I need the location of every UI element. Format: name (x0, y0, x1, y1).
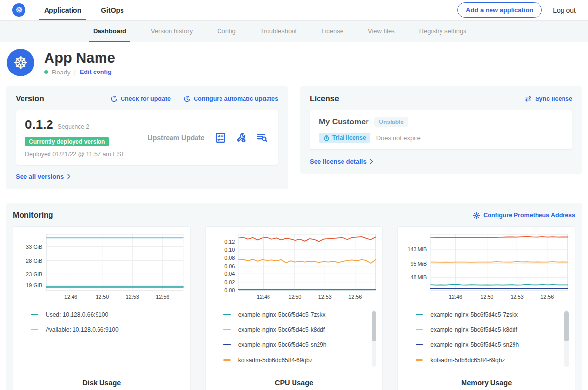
subnav-tab-config[interactable]: Config (217, 21, 236, 42)
svg-text:0.00: 0.00 (224, 287, 235, 293)
wrench-gear-icon (236, 132, 246, 143)
legend-item: kotsadm-5db6dc6584-69qbz (416, 357, 560, 364)
legend-dash-icon (223, 344, 231, 345)
configure-automatic-updates-link[interactable]: Configure automatic updates (183, 96, 278, 103)
divider: | (74, 69, 76, 76)
legend-item: kotsadm-5db6dc6584-69qbz (223, 357, 368, 364)
svg-text:12:53: 12:53 (511, 294, 524, 300)
config-wrench-button[interactable] (236, 132, 246, 143)
chart-legend-memory-usage: example-nginx-5bc6f5d4c5-7zskxexample-ng… (416, 311, 571, 372)
license-card: License Sync license My Customer Unstabl… (300, 86, 582, 174)
svg-text:12:56: 12:56 (541, 294, 554, 300)
legend-scrollbar-thumb[interactable] (372, 311, 376, 341)
version-sequence: Sequence 2 (58, 123, 89, 130)
gear-icon (473, 212, 480, 219)
svg-text:12:53: 12:53 (126, 294, 139, 300)
chart-plot-cpu-usage: 0.120.100.080.060.040.020.0012:4612:5012… (210, 231, 379, 305)
chart-title: Disk Usage (17, 379, 186, 389)
legend-dash-icon (223, 314, 231, 315)
subnav-tab-view-files[interactable]: View files (368, 21, 395, 42)
legend-label: kotsadm-5db6dc6584-69qbz (238, 357, 313, 364)
stopwatch-icon (323, 135, 330, 141)
chart-plot-memory-usage: 143 MiB95 MiB48 MiB12:4612:5012:5312:56 (402, 231, 571, 305)
currently-deployed-badge: Currently deployed version (25, 137, 109, 146)
legend-dash-icon (416, 329, 423, 330)
logout-button[interactable]: Log out (553, 6, 576, 14)
subnav-tab-troubleshoot[interactable]: Troubleshoot (260, 21, 297, 42)
svg-text:23 GiB: 23 GiB (26, 271, 42, 277)
svg-text:12:50: 12:50 (96, 294, 109, 300)
topnav-tabs: ApplicationGitOps (42, 0, 142, 20)
svg-text:0.02: 0.02 (224, 279, 235, 285)
checklist-icon (215, 132, 226, 143)
sync-license-link[interactable]: Sync license (524, 96, 572, 102)
svg-text:0.12: 0.12 (224, 239, 235, 244)
refresh-circle-icon (110, 96, 118, 103)
kubernetes-helm-icon: ☸ (12, 3, 25, 17)
topnav-tab-application[interactable]: Application (42, 0, 83, 20)
license-card-title: License (310, 95, 339, 103)
svg-text:28 GiB: 28 GiB (26, 258, 42, 264)
check-for-update-link[interactable]: Check for update (110, 96, 171, 103)
svg-text:48 MiB: 48 MiB (411, 274, 427, 280)
legend-label: kotsadm-5db6dc6584-69qbz (430, 357, 505, 364)
subnav-tab-registry-settings[interactable]: Registry settings (419, 21, 466, 42)
subnav-tab-version-history[interactable]: Version history (151, 21, 193, 42)
svg-text:0.06: 0.06 (224, 263, 235, 269)
legend-dash-icon (416, 359, 423, 361)
legend-dash-icon (416, 344, 423, 345)
legend-item: example-nginx-5bc6f5d4c5-k8ddf (416, 326, 560, 333)
legend-item: example-nginx-5bc6f5d4c5-k8ddf (223, 326, 368, 333)
legend-dash-icon (223, 359, 231, 361)
legend-item: example-nginx-5bc6f5d4c5-sn29h (223, 341, 368, 348)
topnav-tab-gitops[interactable]: GitOps (99, 0, 126, 20)
license-panel: My Customer Unstable Trial license Does … (310, 110, 572, 150)
configure-prometheus-link[interactable]: Configure Prometheus Address (473, 212, 575, 219)
chevron-right-icon (67, 174, 71, 179)
top-navbar: ☸ ApplicationGitOps Add a new applicatio… (0, 0, 588, 21)
app-logo-kubernetes-icon: ☸ (7, 49, 34, 76)
deployed-timestamp: Deployed 01/21/22 @ 11:57 am EST (25, 151, 137, 158)
topnav-right: Add a new application Log out (457, 2, 576, 18)
chevron-right-icon (369, 159, 374, 164)
legend-item: example-nginx-5bc6f5d4c5-sn29h (416, 341, 560, 348)
svg-text:12:50: 12:50 (288, 294, 301, 300)
charts-row: 33 GiB28 GiB23 GiB19 GiB12:4612:5012:531… (13, 226, 575, 390)
legend-item: example-nginx-5bc6f5d4c5-7zskx (223, 311, 368, 318)
svg-text:19 GiB: 19 GiB (26, 282, 42, 288)
preflight-checks-button[interactable] (215, 132, 226, 143)
subnav-tabs: DashboardVersion historyConfigTroublesho… (93, 21, 491, 42)
license-expiry: Does not expire (376, 134, 421, 142)
svg-text:95 MiB: 95 MiB (411, 261, 427, 267)
edit-config-link[interactable]: Edit config (80, 69, 112, 75)
lines-magnifier-icon (256, 132, 267, 143)
version-card: Version Check for update (6, 86, 288, 189)
legend-label: Used: 10.128.0.66:9100 (46, 311, 108, 318)
chart-title: Memory Usage (402, 379, 571, 389)
upstream-update-label: Upstream Update (137, 134, 215, 142)
app-header: ☸ App Name Ready | Edit config (0, 42, 588, 82)
status-badge: Ready (52, 69, 71, 76)
chart-plot-disk-usage: 33 GiB28 GiB23 GiB19 GiB12:4612:5012:531… (17, 231, 186, 305)
legend-label: example-nginx-5bc6f5d4c5-sn29h (238, 341, 327, 348)
see-all-versions-link[interactable]: See all versions (16, 173, 71, 180)
legend-scrollbar-thumb[interactable] (564, 311, 569, 341)
swap-arrows-icon (524, 96, 532, 102)
app-subnav: DashboardVersion historyConfigTroublesho… (0, 21, 588, 42)
chart-legend-cpu-usage: example-nginx-5bc6f5d4c5-7zskxexample-ng… (223, 311, 379, 372)
legend-dash-icon (223, 329, 231, 330)
svg-text:12:46: 12:46 (257, 294, 270, 300)
add-application-button[interactable]: Add a new application (457, 2, 542, 18)
see-license-details-link[interactable]: See license details (310, 158, 374, 165)
subnav-tab-dashboard[interactable]: Dashboard (93, 21, 126, 42)
trial-license-badge: Trial license (319, 133, 370, 143)
monitoring-title: Monitoring (13, 211, 53, 219)
version-number: 0.1.2 (25, 117, 53, 132)
svg-text:0.10: 0.10 (224, 247, 235, 253)
view-deploy-logs-button[interactable] (256, 132, 267, 143)
svg-text:12:56: 12:56 (348, 294, 362, 300)
legend-label: example-nginx-5bc6f5d4c5-7zskx (430, 311, 518, 318)
svg-text:12:56: 12:56 (156, 294, 169, 300)
subnav-tab-license[interactable]: License (321, 21, 343, 42)
svg-text:0.08: 0.08 (224, 255, 235, 261)
